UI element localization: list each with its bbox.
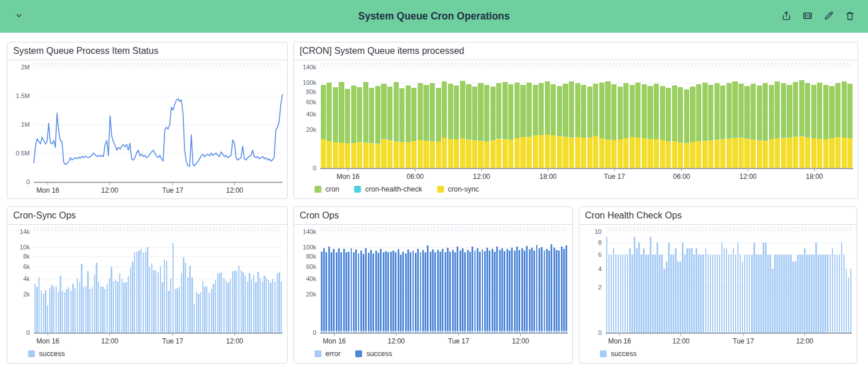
bar-success[interactable] <box>62 291 63 333</box>
bar-cron[interactable] <box>702 83 708 140</box>
bar-success[interactable] <box>392 251 394 330</box>
bar-success[interactable] <box>266 278 267 333</box>
bar-cron[interactable] <box>527 83 532 136</box>
bar-success[interactable] <box>824 255 826 333</box>
bar-success[interactable] <box>226 281 227 333</box>
bar-cron[interactable] <box>454 85 459 139</box>
bar-success[interactable] <box>749 255 751 333</box>
bar-success[interactable] <box>236 271 237 333</box>
bar-success[interactable] <box>682 243 684 333</box>
bar-success[interactable] <box>822 255 824 333</box>
bar-cron-sync[interactable] <box>623 138 629 168</box>
bar-cron[interactable] <box>696 84 701 141</box>
bar-success[interactable] <box>363 254 364 331</box>
bar-cron-health-check[interactable] <box>454 139 459 140</box>
bar-cron-sync[interactable] <box>763 140 768 168</box>
cron-sync-ops-chart[interactable]: 02k4k6k8k10k14kMon 1612:00Tue 1712:00 <box>7 225 287 346</box>
bar-cron-sync[interactable] <box>508 139 513 168</box>
bar-success[interactable] <box>325 252 327 330</box>
bar-success[interactable] <box>434 252 436 330</box>
bar-success[interactable] <box>172 243 174 333</box>
bar-success[interactable] <box>204 287 205 333</box>
bar-cron-health-check[interactable] <box>769 139 774 140</box>
bar-cron-health-check[interactable] <box>442 138 447 138</box>
bar-success[interactable] <box>138 251 139 333</box>
bar-success[interactable] <box>407 249 409 331</box>
bar-cron[interactable] <box>375 86 380 143</box>
bar-success[interactable] <box>546 249 548 330</box>
bar-cron-sync[interactable] <box>739 137 744 168</box>
bar-success[interactable] <box>187 278 188 333</box>
bar-success[interactable] <box>733 248 735 333</box>
bar-success[interactable] <box>183 257 184 333</box>
bar-success[interactable] <box>333 249 335 330</box>
bar-success[interactable] <box>558 251 560 330</box>
bar-success[interactable] <box>206 286 207 333</box>
bar-success[interactable] <box>454 252 456 331</box>
bar-cron-health-check[interactable] <box>823 139 828 140</box>
bar-success[interactable] <box>501 248 503 331</box>
bar-success[interactable] <box>241 270 242 333</box>
bar-success[interactable] <box>113 281 114 333</box>
bar-success[interactable] <box>717 255 718 333</box>
bar-success[interactable] <box>257 272 258 333</box>
bar-cron[interactable] <box>496 83 501 138</box>
bar-success[interactable] <box>744 255 746 333</box>
panel-title[interactable]: Cron Health Check Ops <box>579 207 857 225</box>
bar-success[interactable] <box>430 252 431 331</box>
bar-cron-health-check[interactable] <box>551 135 556 136</box>
bar-success[interactable] <box>504 251 505 331</box>
bar-success[interactable] <box>710 255 712 333</box>
bar-cron-health-check[interactable] <box>739 136 744 137</box>
bar-cron-sync[interactable] <box>321 139 326 168</box>
bar-cron-sync[interactable] <box>726 138 732 168</box>
legend-item-cron[interactable]: cron <box>315 185 339 193</box>
bar-success[interactable] <box>618 255 619 333</box>
bar-success[interactable] <box>735 255 737 333</box>
bar-success[interactable] <box>153 270 154 333</box>
bar-cron-sync[interactable] <box>327 141 332 168</box>
bar-cron[interactable] <box>406 85 411 142</box>
cron-system-queue-items-processed-canvas[interactable]: 020k40k60k80k100k140kMon 1606:0012:0018:… <box>294 60 858 182</box>
bar-success[interactable] <box>277 274 278 333</box>
bar-cron[interactable] <box>514 83 520 138</box>
bar-success[interactable] <box>125 282 127 333</box>
bar-cron[interactable] <box>829 86 834 138</box>
bar-cron[interactable] <box>387 87 392 139</box>
bar-success[interactable] <box>77 279 78 333</box>
bar-cron-health-check[interactable] <box>539 134 544 135</box>
bar-success[interactable] <box>123 283 124 333</box>
bar-success[interactable] <box>405 253 407 331</box>
bar-success[interactable] <box>345 252 347 330</box>
bar-cron-sync[interactable] <box>702 140 708 168</box>
bar-success[interactable] <box>486 248 488 331</box>
system-queue-process-item-status-canvas[interactable]: 00.5M1M1.5M2MMon 1612:00Tue 1712:00 <box>7 60 287 196</box>
bar-cron-health-check[interactable] <box>757 139 762 140</box>
bar-cron[interactable] <box>611 84 616 139</box>
bar-cron-health-check[interactable] <box>732 137 737 138</box>
bar-cron[interactable] <box>599 83 604 138</box>
bar-cron-health-check[interactable] <box>569 136 574 137</box>
bar-success[interactable] <box>813 255 815 333</box>
bar-success[interactable] <box>79 282 80 333</box>
bar-success[interactable] <box>708 255 709 333</box>
bar-cron-sync[interactable] <box>684 143 689 168</box>
bar-success[interactable] <box>795 261 796 333</box>
bar-success[interactable] <box>492 249 493 330</box>
legend-item-success[interactable]: success <box>600 350 637 358</box>
bar-cron[interactable] <box>726 83 732 138</box>
bar-success[interactable] <box>650 237 651 333</box>
bar-success[interactable] <box>459 251 461 330</box>
bar-cron-health-check[interactable] <box>642 138 647 139</box>
bar-success[interactable] <box>368 253 370 330</box>
bar-cron-sync[interactable] <box>666 140 671 168</box>
bar-cron[interactable] <box>399 88 404 142</box>
bar-success[interactable] <box>64 292 65 333</box>
bar-success[interactable] <box>395 252 396 330</box>
bar-cron[interactable] <box>539 83 544 135</box>
bar-cron[interactable] <box>460 81 465 138</box>
bar-cron[interactable] <box>569 81 574 136</box>
legend-item-success[interactable]: success <box>28 350 65 358</box>
bar-success[interactable] <box>763 243 764 333</box>
bar-success[interactable] <box>647 255 649 333</box>
